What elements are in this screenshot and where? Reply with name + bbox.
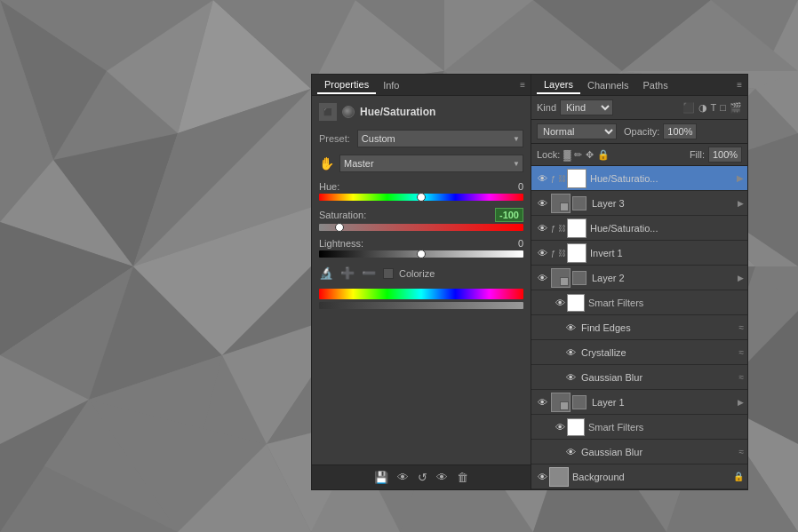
eyedropper-icon[interactable]: 🔬 — [319, 266, 333, 280]
lock-pixels-icon[interactable]: ✏ — [574, 149, 582, 161]
layer-item[interactable]: 👁 Background 🔒 — [531, 465, 747, 489]
eye-icon[interactable]: 👁 — [535, 246, 549, 260]
smart-filters-thumb — [567, 418, 585, 436]
filter-item[interactable]: 👁 Find Edges ≈ — [531, 315, 747, 340]
fx-icon: ƒ — [551, 174, 555, 183]
colorize-checkbox[interactable] — [383, 268, 394, 279]
smart-filter-icon[interactable]: 🎬 — [730, 102, 742, 114]
preset-select[interactable]: Custom Default — [357, 130, 523, 147]
layer-item[interactable]: 👁 ƒ ⛓ Invert 1 — [531, 241, 747, 266]
hand-tool-icon[interactable]: ✋ — [319, 156, 334, 171]
eye-icon[interactable]: 👁 — [563, 345, 578, 360]
hue-value: 0 — [497, 181, 523, 192]
filter-adjust-icon[interactable]: ≈ — [739, 447, 745, 457]
layer-item[interactable]: 👁 ƒ ⛓ Hue/Saturatio... ▶ — [531, 166, 747, 191]
lock-all-icon[interactable]: 🔒 — [597, 149, 610, 161]
filter-adjust-icon[interactable]: ≈ — [739, 322, 745, 332]
shape-filter-icon[interactable]: □ — [720, 102, 726, 114]
eye-icon[interactable]: 👁 — [553, 296, 567, 310]
lock-row: Lock: ▓ ✏ ✥ 🔒 Fill: — [531, 144, 747, 166]
channel-select[interactable]: Master Reds Yellows — [339, 155, 523, 172]
reset-icon[interactable]: ↺ — [418, 471, 427, 484]
eye-icon[interactable]: 👁 — [563, 370, 578, 385]
layer-mask-thumbnail — [572, 271, 587, 285]
delete-layer-icon[interactable]: 🗑 — [457, 471, 468, 484]
eyedropper-plus-icon[interactable]: ➕ — [340, 266, 355, 280]
fill-input[interactable] — [708, 147, 742, 163]
fx-icon: ƒ — [551, 249, 555, 258]
hue-label-row: Hue: 0 — [319, 181, 523, 192]
eye-icon[interactable]: 👁 — [563, 321, 578, 335]
layers-blend-row: Normal Multiply Screen Opacity: — [531, 120, 747, 144]
eye-icon[interactable]: 👁 — [535, 221, 549, 235]
show-hide-icon[interactable]: 👁 — [397, 471, 409, 484]
filter-adjust-icon[interactable]: ≈ — [739, 347, 745, 357]
fill-label: Fill: — [690, 149, 705, 160]
lock-position-icon[interactable]: ✥ — [586, 149, 594, 161]
layer-item[interactable]: 👁 Layer 1 ▶ — [531, 390, 747, 415]
properties-footer: 💾 👁 ↺ 👁 🗑 — [312, 465, 531, 489]
smart-filters-item[interactable]: 👁 Smart Filters — [531, 415, 747, 440]
opacity-label: Opacity: — [624, 126, 659, 137]
layer-item[interactable]: 👁 Layer 2 ▶ — [531, 266, 747, 290]
tab-paths[interactable]: Paths — [636, 77, 675, 93]
saturation-slider-thumb[interactable] — [335, 223, 344, 232]
hue-slider-row: Hue: 0 — [319, 181, 523, 201]
layer-mask-thumbnail — [572, 196, 587, 210]
tab-channels[interactable]: Channels — [580, 77, 635, 93]
lock-label: Lock: — [537, 149, 560, 160]
hue-slider-track[interactable] — [319, 194, 523, 201]
eye-icon[interactable]: 👁 — [553, 420, 567, 434]
eye-icon[interactable]: 👁 — [535, 395, 549, 409]
eye-icon[interactable]: 👁 — [535, 470, 549, 484]
opacity-input[interactable] — [663, 123, 697, 139]
pixel-filter-icon[interactable]: ⬛ — [682, 102, 695, 114]
layer-item[interactable]: 👁 ƒ ⛓ Hue/Saturatio... — [531, 216, 747, 241]
layers-search-bar: Kind Kind ⬛ ◑ T □ 🎬 — [531, 96, 747, 120]
view-previous-icon[interactable]: 👁 — [436, 471, 448, 484]
kind-label: Kind — [537, 102, 556, 113]
layer-name: Hue/Saturatio... — [590, 173, 735, 184]
eye-icon[interactable]: 👁 — [563, 445, 578, 459]
kind-dropdown[interactable]: Kind — [560, 99, 613, 115]
lightness-slider-track[interactable] — [319, 250, 523, 258]
background-lock-icon: 🔒 — [733, 472, 744, 481]
hue-slider-thumb[interactable] — [417, 193, 426, 202]
eye-icon[interactable]: 👁 — [535, 271, 549, 285]
layer-item[interactable]: 👁 Layer 3 ▶ — [531, 191, 747, 216]
text-filter-icon[interactable]: T — [711, 102, 717, 114]
saturation-slider-track[interactable] — [319, 224, 523, 231]
hue-label: Hue: — [319, 181, 339, 192]
eye-icon[interactable]: 👁 — [535, 171, 549, 186]
smart-filters-label: Smart Filters — [588, 422, 643, 433]
smart-filters-item[interactable]: 👁 Smart Filters — [531, 290, 747, 315]
tab-properties[interactable]: Properties — [317, 76, 376, 94]
save-to-preset-icon[interactable]: 💾 — [374, 471, 388, 484]
properties-panel: Properties Info ≡ ⬛ Hue/Saturation Prese… — [311, 74, 531, 490]
layer-indicator: ▶ — [738, 398, 744, 407]
eyedropper-minus-icon[interactable]: ➖ — [362, 266, 376, 280]
layers-tab-bar: Layers Channels Paths ≡ — [531, 75, 747, 96]
layer-thumbnail — [551, 268, 571, 288]
filter-adjust-icon[interactable]: ≈ — [739, 372, 745, 382]
filter-item[interactable]: 👁 Gaussian Blur ≈ — [531, 440, 747, 465]
layer-lock-icon: ▶ — [737, 173, 744, 183]
tab-info[interactable]: Info — [376, 77, 406, 93]
filter-name: Gaussian Blur — [581, 447, 739, 457]
gray-bar — [319, 302, 523, 309]
layer-indicator: ▶ — [738, 274, 744, 282]
eye-icon[interactable]: 👁 — [535, 196, 549, 210]
blend-mode-dropdown[interactable]: Normal Multiply Screen — [537, 123, 617, 139]
lock-transparency-icon[interactable]: ▓ — [563, 149, 571, 161]
panel-header-row: ⬛ Hue/Saturation — [319, 103, 523, 121]
chain-icon: ⛓ — [558, 224, 566, 233]
tab-layers[interactable]: Layers — [537, 76, 580, 94]
layers-menu-icon[interactable]: ≡ — [737, 80, 742, 90]
color-bar — [319, 289, 523, 299]
filter-item[interactable]: 👁 Gaussian Blur ≈ — [531, 365, 747, 390]
properties-menu-icon[interactable]: ≡ — [520, 80, 525, 90]
lightness-slider-thumb[interactable] — [417, 250, 426, 258]
adjustment-filter-icon[interactable]: ◑ — [698, 102, 707, 114]
saturation-value: -100 — [495, 208, 523, 222]
filter-item[interactable]: 👁 Crystallize ≈ — [531, 340, 747, 365]
